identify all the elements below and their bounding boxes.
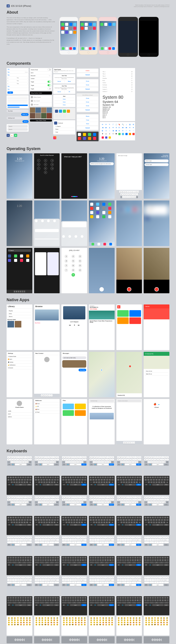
- context-menu: Facebook 🔍 Search Share Copy: [53, 120, 75, 134]
- keyboard: QWERTYUIOPASDFGHJKL⇧ZXCVBNM⌫123🌐spaceGo: [61, 456, 87, 475]
- passcode-screen: Touch ID or Enter Passcode1234567890: [34, 153, 60, 199]
- cancel-button[interactable]: Cancel: [54, 80, 64, 83]
- table-cells: Title› TitleDetail Title› ●Title› ●Title…: [7, 68, 29, 94]
- siri-screen: What can I help you with?: [61, 153, 87, 199]
- camera-lock: 1:20: [7, 200, 32, 246]
- keyboard: 1234567890-/:;()$&@".,?!'ABC🌐spacereturn: [7, 556, 32, 575]
- record-button[interactable]: [127, 287, 131, 292]
- keyboard: 1234567890-/:;()$&@".,?!'ABC🌐spaceDone: [116, 596, 142, 616]
- keyboard: QWERTYUIOPASDFGHJKL⇧ZXCVBNM⌫123🌐spaceret…: [144, 456, 169, 475]
- contact-card: Charlie Deetsmobileemailaddress: [7, 399, 32, 444]
- nav-bars: [7, 96, 29, 108]
- whatsapp-icon: ✆: [14, 134, 17, 137]
- camera-video-alt: [144, 248, 169, 293]
- dictation-bar: [7, 636, 32, 643]
- doc-title: iOS 10 GUI (iPhone): [11, 5, 31, 7]
- keyboard: 1234567890-/:;()$&@".,?!'ABC🌐spacereturn: [144, 556, 169, 575]
- spotlight: 🔍 SearchQWERTY: [7, 248, 32, 293]
- keyboard: 1234567890-/:;()$&@".,?!'ABC🌐spaceGo: [61, 536, 87, 555]
- keyboard: QWERTYUIOPASDFGHJKL⇧ZXCVBNM⌫123🌐spaceDon…: [116, 516, 142, 535]
- keyboard: QWERTYUIOPASDFGHJKL⇧ZXCVBNM⌫123🌐spaceDon…: [116, 496, 142, 515]
- system-icons: ✉⟳✎⤴📄🔖🔍＋🗑⚙ ◀▶▲▼⏸⏵⏭⏮★♥ ◐●○◆▣⊕⊖✓✕⋯ ■▲●♦⬟: [100, 122, 135, 140]
- keyboard-column-2: QWERTYUIOPASDFGHJKL⇧ZXCVBNM⌫123🌐spaceret…: [34, 456, 60, 643]
- maps-directions: To Facebook HQDrive 12 minWalk 45 min: [144, 352, 169, 397]
- dictation-bar: [116, 636, 142, 643]
- mail-app: Mailboxes📥 Inbox⭐ VIP📤 Sent🗑 Trash: [34, 399, 60, 444]
- dictation-bar: [144, 636, 169, 643]
- today-widget: ThursdaySeptember 15Weather widgetCalend…: [144, 153, 169, 199]
- keyboard: QWERTYUIOPASDFGHJKL⇧ZXCVBNM⌫123🌐spaceret…: [144, 476, 169, 495]
- maps-app: [89, 352, 115, 397]
- music-browse: BrowseNew Music: [34, 304, 60, 350]
- files-app: Files: [61, 399, 87, 444]
- app-switcher: [34, 248, 60, 293]
- chat-bubbles: Hey there What's up Nothing much See ya: [7, 109, 29, 123]
- dictation-bar: [34, 636, 60, 643]
- keyboard: 1234567890-/:;()$&@".,?!'ABC🌐spaceGo: [61, 556, 87, 575]
- keyboard: QWERTYUIOPASDFGHJKL⇧ZXCVBNM⌫123🌐spaceret…: [7, 496, 32, 515]
- keyboard: 1234567890-/:;()$&@".,?!'ABC🌐spacereturn: [7, 536, 32, 555]
- settings-app: Settings✈ Airplane Mode📶 Wi‑Fi📱 Cellular…: [7, 352, 32, 397]
- home-screen: [89, 200, 115, 246]
- music-now-playing: Let It Happen⏮⏸⏭: [61, 304, 87, 350]
- keyboard: 1234567890-/:;()$&@".,?!'ABC🌐spacereturn: [34, 556, 60, 575]
- section-about: About: [7, 10, 169, 15]
- dictation-bar: [61, 636, 87, 643]
- done-button[interactable]: Done: [64, 80, 74, 83]
- 3d-touch-menu: New MessageTake PhotoShare: [144, 200, 169, 246]
- keyboard: QWERTYUIOPASDFGHJKL⇧ZXCVBNM⌫123🌐spaceDon…: [116, 476, 142, 495]
- contact-rows: Wilson Gomez Alex Cornell Jeff Smith: [30, 96, 52, 106]
- call-button[interactable]: ✆: [71, 273, 75, 276]
- search-bars: Search Search: [7, 124, 29, 132]
- keyboard: 1234567890-/:;()$&@".,?!'ABC🌐spacereturn: [34, 536, 60, 555]
- lock-notification: 1:20Tuesday, September 13Notification pr…: [89, 153, 115, 199]
- emoji-keyboard: 😀😃😄😁😆😅😂🤣😊😇🙂🙃😉😌😍😘😗😙😚😋😛😝😜🤪🤨🧐🤓😎🤩🥳😏😒: [89, 616, 115, 636]
- keyboard-column-6: QWERTYUIOPASDFGHJKL⇧ZXCVBNM⌫123🌐spaceret…: [144, 456, 169, 643]
- keyboard: 1234567890-/:;()$&@".,?!'ABC🌐spaceDone: [116, 536, 142, 555]
- phone-keypad: (650) 123-4567123456789*0#✆: [61, 248, 87, 293]
- keyboard: QWERTYUIOPASDFGHJKL⇧ZXCVBNM⌫123🌐spaceSea…: [89, 476, 115, 495]
- messages-reply: Quick reply to messageQWERTYUIOPASDFGHJK…: [116, 153, 142, 199]
- safari-search: Search or enter websiteQWERTY: [116, 399, 142, 444]
- keyboard: QWERTYUIOPASDFGHJKL⇧ZXCVBNM⌫123🌐spaceret…: [34, 456, 60, 475]
- keyboard: 1234567890-/:;()$&@".,?!'ABC🌐spaceDone: [116, 576, 142, 595]
- delete-button[interactable]: Delete: [77, 69, 98, 72]
- new-contact: New ContactQWERTY: [34, 352, 60, 397]
- notification-card: Flight Details American Airlines flight …: [53, 68, 75, 73]
- type-hierarchy: Title 128 Title 222 Title 320 Headline17…: [100, 68, 135, 121]
- keyboard: 1234567890-/:;()$&@".,?!'ABC🌐spaceDone: [116, 556, 142, 575]
- keyboard: 1234567890-/:;()$&@".,?!'ABC🌐spaceGo: [61, 596, 87, 615]
- maps-place: Facebook HQ: [116, 352, 142, 397]
- facebook-logo-icon: f: [7, 4, 10, 8]
- keyboard: 1234567890-/:;()$&@".,?!'ABC🌐spacereturn: [144, 536, 169, 555]
- keyboard: QWERTYUIOPASDFGHJKL⇧ZXCVBNM⌫123🌐spaceret…: [144, 516, 169, 535]
- camera-video: [116, 248, 142, 293]
- share-sheet: [53, 108, 75, 119]
- emoji-keyboard: 😀😃😄😁😆😅😂🤣😊😇🙂🙃😉😌😍😘😗😙😚😋😛😝😜🤪🤨🧐🤓😎🤩🥳😏😒: [34, 616, 60, 636]
- news-for-you: N: [116, 304, 142, 350]
- news-app: MONDAYSEPTEMBER 19TOP STORIESSpecial Rep…: [89, 304, 115, 350]
- keyboard: QWERTYUIOPASDFGHJKL⇧ZXCVBNM⌫123🌐spaceret…: [144, 496, 169, 515]
- search-input[interactable]: Search: [8, 125, 28, 128]
- section-native: Native Apps: [7, 298, 169, 302]
- calendar-app: Calendar: [144, 304, 169, 350]
- header-meta: Sketch template of GUI elements found in…: [134, 4, 169, 7]
- safari-app: facebook.designA collection of free reso…: [89, 399, 115, 444]
- shutter-button[interactable]: [100, 287, 104, 292]
- keyboard: QWERTYUIOPASDFGHJKL⇧ZXCVBNM⌫123🌐spaceGo: [61, 496, 87, 515]
- device-mockups: [59, 17, 169, 57]
- keyboard-column-3: QWERTYUIOPASDFGHJKL⇧ZXCVBNM⌫123🌐spaceGoQ…: [61, 456, 87, 643]
- keyboard: QWERTYUIOPASDFGHJKL⇧ZXCVBNM⌫123🌐spaceGo: [61, 476, 87, 495]
- cell[interactable]: Title›: [7, 68, 29, 71]
- emoji-keyboard: 😀😃😄😁😆😅😂🤣😊😇🙂🙃😉😌😍😘😗😙😚😋😛😝😜🤪🤨🧐🤓😎🤩🥳😏😒: [116, 616, 142, 636]
- control-center: [34, 200, 60, 246]
- section-os: Operating System: [7, 146, 169, 151]
- cancel-button[interactable]: Cancel: [77, 73, 98, 77]
- keyboard: QWERTYUIOPASDFGHJKL⇧ZXCVBNM⌫123🌐spaceret…: [34, 516, 60, 535]
- music-library: LibraryPlaylistsArtistsAlbumsRecently Ad…: [7, 304, 32, 350]
- keyboard: QWERTYUIOPASDFGHJKL⇧ZXCVBNM⌫123🌐spaceSea…: [89, 496, 115, 515]
- keyboard: QWERTYUIOPASDFGHJKL⇧ZXCVBNM⌫123🌐spaceret…: [7, 516, 32, 535]
- control-center-music: [61, 200, 87, 246]
- toggle[interactable]: [48, 69, 51, 71]
- lock-screen: 1:20Tuesday, September 13: [7, 153, 32, 199]
